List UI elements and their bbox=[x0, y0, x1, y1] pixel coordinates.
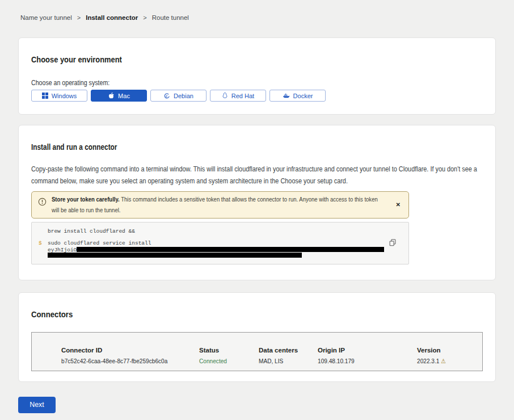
os-button-row: Windows Mac Debian Red Hat bbox=[31, 90, 483, 102]
copy-icon[interactable] bbox=[389, 239, 396, 248]
os-button-debian[interactable]: Debian bbox=[150, 90, 207, 102]
card-title: Connectors bbox=[31, 309, 428, 319]
redhat-icon bbox=[222, 92, 228, 99]
connector-status: Connected bbox=[199, 358, 251, 365]
terminal-prompt: $ bbox=[39, 241, 42, 247]
next-button[interactable]: Next bbox=[18, 397, 56, 413]
close-icon[interactable]: ✕ bbox=[396, 202, 401, 208]
os-label: Choose an operating system: bbox=[31, 78, 415, 87]
version-warning-icon: ⚠ bbox=[441, 358, 446, 364]
card-title: Install and run a connector bbox=[31, 142, 388, 152]
connector-row: b7c52c42-6caa-48ee-8c77-fbe259cb6c0a Con… bbox=[61, 358, 482, 365]
windows-icon bbox=[42, 93, 48, 99]
col-data-centers: Data centers bbox=[259, 347, 318, 358]
docker-icon bbox=[283, 93, 290, 99]
os-button-windows[interactable]: Windows bbox=[31, 90, 87, 102]
os-button-docker[interactable]: Docker bbox=[269, 90, 326, 102]
connectors-card: Connectors Connector ID Status Data cent… bbox=[18, 292, 496, 382]
col-status: Status bbox=[199, 347, 259, 358]
token-warning-banner: Store your token carefully. This command… bbox=[31, 191, 409, 219]
connector-version: 2022.3.1 ⚠ bbox=[417, 358, 474, 365]
breadcrumb-step-route-tunnel[interactable]: Route tunnel bbox=[152, 14, 189, 21]
token-warning-text: Store your token carefully. This command… bbox=[52, 194, 444, 216]
code-line-1: brew install cloudflared && bbox=[48, 229, 397, 235]
connectors-table-header: Connector ID Status Data centers Origin … bbox=[61, 347, 482, 358]
os-button-redhat[interactable]: Red Hat bbox=[210, 90, 266, 102]
connector-data-centers: MAD, LIS bbox=[259, 358, 311, 365]
breadcrumb: Name your tunnel > Install connector > R… bbox=[0, 0, 514, 22]
connectors-table: Connector ID Status Data centers Origin … bbox=[31, 332, 483, 371]
col-connector-id: Connector ID bbox=[61, 347, 199, 358]
redacted-token-bar bbox=[48, 253, 302, 258]
install-command-codeblock[interactable]: $ brew install cloudflared && sudo cloud… bbox=[31, 222, 409, 264]
os-button-mac[interactable]: Mac bbox=[91, 90, 147, 102]
col-origin-ip: Origin IP bbox=[318, 347, 417, 358]
code-line-token: eyJhIjoiO bbox=[48, 247, 397, 253]
redacted-token-bar bbox=[77, 247, 384, 252]
choose-environment-card: Choose your environment Choose an operat… bbox=[18, 37, 496, 115]
connector-origin-ip: 109.48.10.179 bbox=[318, 358, 405, 365]
install-description: Copy-paste the following command into a … bbox=[31, 163, 483, 187]
connector-id: b7c52c42-6caa-48ee-8c77-fbe259cb6c0a bbox=[61, 358, 183, 365]
breadcrumb-step-install-connector: Install connector bbox=[86, 14, 138, 21]
breadcrumb-separator: > bbox=[143, 14, 146, 21]
code-line-2: sudo cloudflared service install bbox=[48, 241, 397, 247]
card-title: Choose your environment bbox=[31, 54, 420, 64]
breadcrumb-step-name-your-tunnel[interactable]: Name your tunnel bbox=[20, 14, 72, 21]
debian-icon bbox=[163, 93, 170, 99]
alert-circle-icon bbox=[38, 198, 47, 216]
col-version: Version bbox=[417, 347, 482, 358]
install-connector-card: Install and run a connector Copy-paste t… bbox=[18, 125, 496, 280]
breadcrumb-separator: > bbox=[77, 14, 81, 21]
apple-icon bbox=[108, 92, 115, 99]
